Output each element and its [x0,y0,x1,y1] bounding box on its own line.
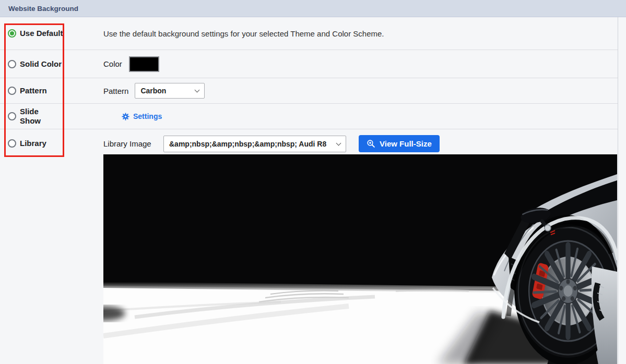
pattern-select[interactable]: Carbon [135,83,205,99]
gear-icon [122,113,129,120]
radio-use-default-selected[interactable] [8,29,16,38]
radio-label-use-default: Use Default [20,29,63,38]
radio-solid-color[interactable] [8,60,16,68]
panel-title: Website Background [8,5,78,13]
panel-header: Website Background [0,0,626,17]
library-image-label: Library Image [103,139,157,148]
radio-option-solid-color[interactable]: Solid Color [8,59,62,69]
panel-right-border [618,17,618,364]
slideshow-settings-link[interactable]: Settings [122,112,162,120]
pattern-select-value: Carbon [140,87,166,95]
library-image-preview [103,154,617,364]
radio-label-pattern: Pattern [20,86,47,95]
radio-slide-show[interactable] [8,112,16,120]
row-use-default: Use Default Use the default background s… [0,17,618,50]
radio-option-library[interactable]: Library [8,139,46,148]
audi-r8-illustration [103,154,617,364]
color-field-label: Color [103,59,122,68]
settings-link-label: Settings [133,112,162,120]
view-full-size-label: View Full-Size [380,139,432,148]
color-swatch[interactable] [129,56,159,72]
zoom-in-icon [367,139,375,148]
radio-pattern[interactable] [8,87,16,95]
library-image-select[interactable]: &amp;nbsp;&amp;nbsp;&amp;nbsp; Audi R8 [163,136,346,152]
radio-label-solid-color: Solid Color [20,59,62,69]
use-default-description: Use the default background settings for … [103,29,384,38]
radio-label-slide-show: Slide Show [20,107,43,126]
radio-option-slide-show[interactable]: Slide Show [8,107,43,126]
pattern-field-label: Pattern [103,87,128,95]
view-full-size-button[interactable]: View Full-Size [359,135,440,152]
radio-label-library: Library [20,139,46,148]
row-slide-show: Slide Show [0,104,618,129]
chevron-down-icon [195,88,200,93]
chevron-down-icon [336,140,341,145]
radio-option-pattern[interactable]: Pattern [8,86,47,95]
website-background-panel: Website Background Use Default Use the d… [0,0,626,364]
row-solid-color: Solid Color Color [0,50,618,78]
radio-library[interactable] [8,139,16,148]
row-library: Library Library Image &amp;nbsp;&amp;nbs… [0,129,618,345]
radio-option-use-default[interactable]: Use Default [8,29,63,38]
library-image-select-value: &amp;nbsp;&amp;nbsp;&amp;nbsp; Audi R8 [169,140,326,148]
row-pattern: Pattern Pattern Carbon [0,78,618,104]
